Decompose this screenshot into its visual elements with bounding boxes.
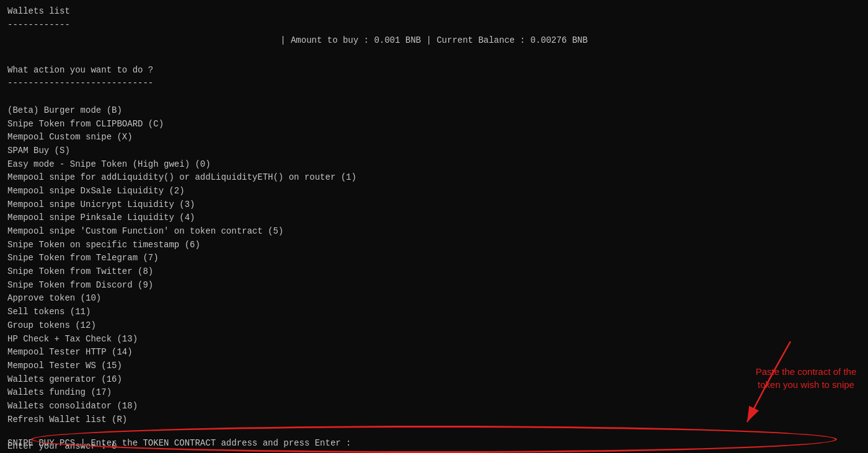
menu-item-17[interactable]: HP Check + Tax Check (13)	[7, 333, 861, 346]
bottom-section: SNIPE BUY PCS | Enter the TOKEN CONTRACT…	[0, 438, 868, 448]
menu-item-19[interactable]: Mempool Tester WS (15)	[7, 359, 861, 373]
menu-item-5[interactable]: Mempool snipe for addLiquidity() or addL…	[7, 171, 861, 185]
menu-item-13[interactable]: Snipe Token from Discord (9)	[7, 279, 861, 292]
annotation-line2: token you wish to snipe	[758, 379, 854, 390]
menu-item-1[interactable]: Snipe Token from CLIPBOARD (C)	[7, 118, 861, 131]
menu-item-6[interactable]: Mempool snipe DxSale Liquidity (2)	[7, 185, 861, 198]
snipe-input-line: SNIPE BUY PCS | Enter the TOKEN CONTRACT…	[7, 438, 861, 448]
menu-item-23[interactable]: Refresh Wallet list (R)	[7, 413, 861, 427]
menu-item-14[interactable]: Approve token (10)	[7, 292, 861, 306]
annotation-line1: Paste the contract of the	[756, 366, 857, 377]
menu-item-0[interactable]: (Beta) Burger mode (B)	[7, 104, 861, 118]
snipe-input-spacer	[352, 438, 356, 448]
menu-item-15[interactable]: Sell tokens (11)	[7, 306, 861, 319]
menu-item-22[interactable]: Wallets consolidator (18)	[7, 400, 861, 413]
menu-item-2[interactable]: Mempool Custom snipe (X)	[7, 131, 861, 144]
menu-item-10[interactable]: Snipe Token on specific timestamp (6)	[7, 239, 861, 252]
menu-item-20[interactable]: Wallets generator (16)	[7, 373, 861, 387]
header-bar: | Amount to buy : 0.001 BNB | Current Ba…	[7, 32, 861, 50]
question-text: What action you want to do ?	[7, 64, 861, 77]
snipe-label: SNIPE BUY PCS | Enter the TOKEN CONTRACT…	[7, 438, 352, 448]
menu-item-21[interactable]: Wallets funding (17)	[7, 386, 861, 400]
menu-item-9[interactable]: Mempool snipe 'Custom Function' on token…	[7, 225, 861, 239]
divider-1: ------------	[7, 19, 861, 32]
menu-item-11[interactable]: Snipe Token from Telegram (7)	[7, 252, 861, 265]
menu-item-3[interactable]: SPAM Buy (S)	[7, 144, 861, 158]
terminal-window: Wallets list ------------ | Amount to bu…	[0, 0, 868, 453]
header-text: | Amount to buy : 0.001 BNB | Current Ba…	[280, 35, 588, 45]
divider-2: ----------------------------	[7, 77, 861, 90]
menu-item-7[interactable]: Mempool snipe Unicrypt Liquidity (3)	[7, 198, 861, 212]
menu-item-8[interactable]: Mempool snipe Pinksale Liquidity (4)	[7, 211, 861, 225]
wallets-list-title: Wallets list	[7, 5, 861, 19]
menu-item-16[interactable]: Group tokens (12)	[7, 319, 861, 333]
menu-item-4[interactable]: Easy mode - Snipe Token (High gwei) (0)	[7, 158, 861, 172]
blank-2	[7, 90, 861, 104]
menu-item-18[interactable]: Mempool Tester HTTP (14)	[7, 346, 861, 359]
annotation-text: Paste the contract of the token you wish…	[750, 365, 862, 391]
blank-1	[7, 50, 861, 64]
menu-item-12[interactable]: Snipe Token from Twitter (8)	[7, 265, 861, 279]
